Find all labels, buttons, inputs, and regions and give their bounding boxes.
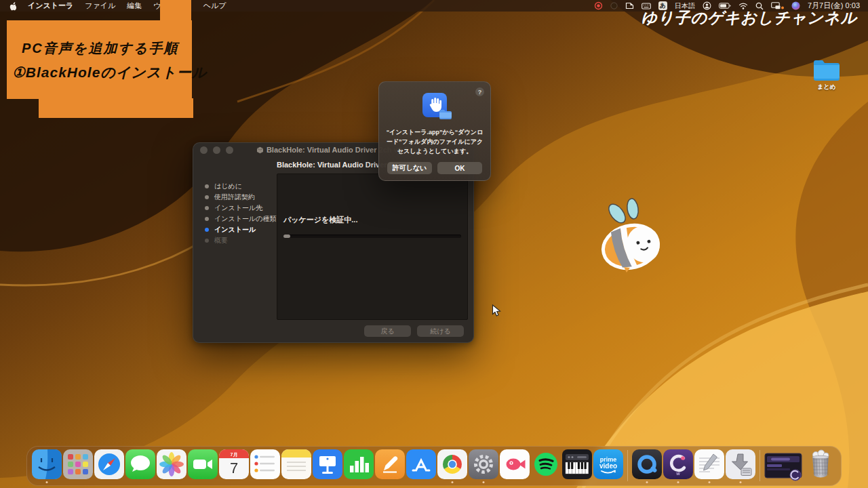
channel-name-overlay: ゆり子のゲキおしチャンネル <box>642 7 857 28</box>
svg-text:w: w <box>675 471 680 476</box>
dock-item-calendar[interactable]: 7月7 <box>219 449 249 481</box>
mouse-cursor <box>492 304 502 317</box>
dock-item-settings[interactable] <box>469 449 498 481</box>
dialog-message: “インストーラ.app”から“ダウンロード”フォルダ内のファイルにアクセスしよう… <box>386 128 484 157</box>
step-bullet <box>205 195 209 199</box>
dock-divider <box>760 450 760 481</box>
back-button[interactable]: 戻る <box>364 325 411 337</box>
dock-item-reminders[interactable] <box>250 449 280 481</box>
menu-left: インストーラファイル編集ウインドウヘルプ <box>8 1 226 11</box>
folder-label: まとめ <box>817 83 836 92</box>
folder-badge-icon <box>439 109 452 120</box>
step-bullet <box>205 217 209 221</box>
continue-button[interactable]: 続ける <box>417 325 464 337</box>
dock-item-textedit[interactable] <box>694 449 724 481</box>
note-line-1: PC音声を追加する手順 <box>22 39 178 58</box>
running-indicator <box>677 481 679 483</box>
step-bullet <box>205 184 209 188</box>
step-label: 使用許諾契約 <box>214 192 255 202</box>
sticky-note <box>7 20 192 99</box>
dock-item-notes[interactable] <box>281 449 311 481</box>
permission-dialog: ? “インストーラ.app”から“ダウンロード”フォルダ内のファイルにアクセスし… <box>378 81 491 181</box>
dock-item-fish[interactable] <box>500 449 530 481</box>
desktop: インストーラファイル編集ウインドウヘルプ あ 日本語 7月7日(金) 0:03 … <box>0 0 868 488</box>
menu-item-1[interactable]: ファイル <box>85 1 115 11</box>
install-progress-bar <box>283 235 461 238</box>
step-label: インストール先 <box>214 203 262 213</box>
menu-item-2[interactable]: 編集 <box>127 1 142 11</box>
sticky-note-tab <box>160 0 191 22</box>
dock-item-midi[interactable] <box>562 449 592 481</box>
dock-item-finder[interactable] <box>32 449 62 481</box>
focus-icon[interactable] <box>610 2 618 9</box>
dock-item-launchpad[interactable] <box>63 449 93 481</box>
dock-item-safari[interactable] <box>94 449 124 481</box>
svg-text:video: video <box>599 462 617 470</box>
dock-item-chrome[interactable] <box>437 449 467 481</box>
running-indicator <box>483 481 485 483</box>
menu-item-4[interactable]: ヘルプ <box>203 1 226 11</box>
running-indicator <box>709 481 711 483</box>
installer-package-icon <box>256 146 264 154</box>
record-stop-icon[interactable] <box>594 1 603 10</box>
bee-character <box>597 197 670 277</box>
menu-item-0[interactable]: インストーラ <box>28 1 73 11</box>
install-step: 使用許諾契約 <box>205 192 275 203</box>
dock-item-window-thumb[interactable] <box>764 449 804 481</box>
step-bullet <box>205 228 209 232</box>
running-indicator <box>646 481 648 483</box>
dock-divider <box>627 450 628 481</box>
dock-item-installer[interactable] <box>726 449 755 481</box>
dock-item-democreator[interactable]: w <box>663 449 693 481</box>
install-step: はじめに <box>205 181 275 192</box>
folder-icon <box>812 58 841 81</box>
installer-buttons: 戻る 続ける <box>364 325 464 337</box>
running-indicator <box>452 481 454 483</box>
dock-item-primevideo[interactable]: primevideo <box>593 449 623 481</box>
dock: 7月7primevideow <box>26 446 842 486</box>
deny-button[interactable]: 許可しない <box>387 162 432 174</box>
svg-text:7: 7 <box>230 460 238 476</box>
install-status-text: パッケージを検証中... <box>283 215 357 225</box>
ok-button[interactable]: OK <box>437 162 482 174</box>
running-indicator <box>740 481 742 483</box>
install-step: 概要 <box>205 235 275 246</box>
installer-steps-sidebar: はじめに使用許諾契約インストール先インストールの種類インストール概要 <box>193 157 275 342</box>
progress-fill <box>283 235 290 238</box>
dock-item-appstore[interactable] <box>406 449 436 481</box>
dock-item-quicktime[interactable] <box>632 449 662 481</box>
dock-item-pages[interactable] <box>375 449 405 481</box>
note-line-2: ①BlackHoleのインストール <box>12 63 207 82</box>
dock-item-messages[interactable] <box>125 449 155 481</box>
dock-item-spotify[interactable] <box>531 449 561 481</box>
step-label: はじめに <box>214 182 242 191</box>
privacy-hand-icon <box>422 93 447 117</box>
install-step: インストール <box>205 224 275 235</box>
step-label: 概要 <box>214 236 228 245</box>
display-page-icon[interactable] <box>625 2 634 9</box>
dock-item-numbers[interactable] <box>344 449 374 481</box>
dock-item-trash[interactable] <box>805 449 836 481</box>
desktop-folder-matome[interactable]: まとめ <box>810 58 843 92</box>
install-step: インストールの種類 <box>205 214 275 224</box>
step-label: インストールの種類 <box>214 214 276 224</box>
svg-text:7月: 7月 <box>231 452 238 458</box>
running-indicator <box>46 481 48 483</box>
help-button[interactable]: ? <box>475 87 484 96</box>
install-step: インストール先 <box>205 203 275 214</box>
apple-icon[interactable] <box>8 1 16 11</box>
dock-item-photos[interactable] <box>157 449 186 481</box>
installer-content-pane: パッケージを検証中... <box>277 174 468 320</box>
sticky-note-bottom <box>39 98 193 118</box>
dock-item-facetime[interactable] <box>188 449 218 481</box>
step-bullet <box>205 206 209 210</box>
dock-item-keynote[interactable] <box>313 449 342 481</box>
step-bullet <box>205 239 209 243</box>
step-label: インストール <box>214 225 256 235</box>
